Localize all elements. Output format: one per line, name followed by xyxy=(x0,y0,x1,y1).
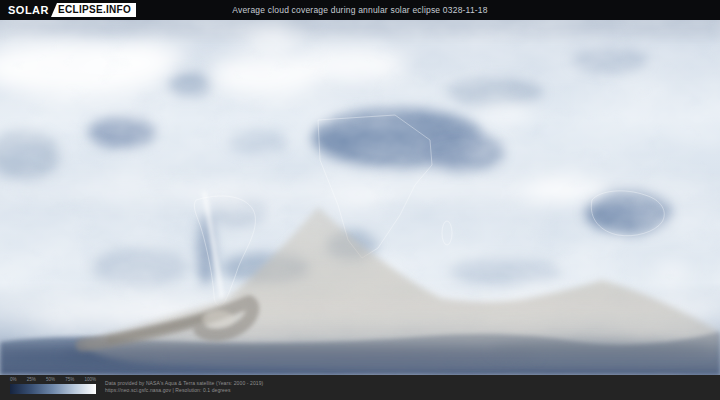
legend-tick: 50% xyxy=(46,377,55,383)
footer-bar: 0% 25% 50% 75% 100% Data provided by NAS… xyxy=(0,375,720,400)
header-bar: SOLAR ECLIPSE.INFO Average cloud coverag… xyxy=(0,0,720,20)
site-logo[interactable]: SOLAR ECLIPSE.INFO xyxy=(8,3,136,17)
credit-line-2: https://neo.sci.gsfc.nasa.gov | Resoluti… xyxy=(105,387,263,394)
legend-tick: 75% xyxy=(65,377,74,383)
credit-line-1: Data provided by NASA's Aqua & Terra sat… xyxy=(105,380,263,387)
annular-loop-center xyxy=(202,310,234,328)
logo-text-solar: SOLAR xyxy=(8,4,49,16)
legend-tick: 25% xyxy=(27,377,36,383)
world-map-canvas xyxy=(0,20,720,375)
data-credits: Data provided by NASA's Aqua & Terra sat… xyxy=(105,380,263,393)
logo-text-eclipse-info: ECLIPSE.INFO xyxy=(51,3,136,17)
cloud-coverage-legend: 0% 25% 50% 75% 100% xyxy=(10,377,96,394)
legend-tick-labels: 0% 25% 50% 75% 100% xyxy=(10,377,96,383)
legend-gradient-bar xyxy=(10,384,96,394)
legend-tick: 0% xyxy=(10,377,17,383)
legend-tick: 100% xyxy=(84,377,96,383)
cloud-coverage-map[interactable] xyxy=(0,20,720,375)
